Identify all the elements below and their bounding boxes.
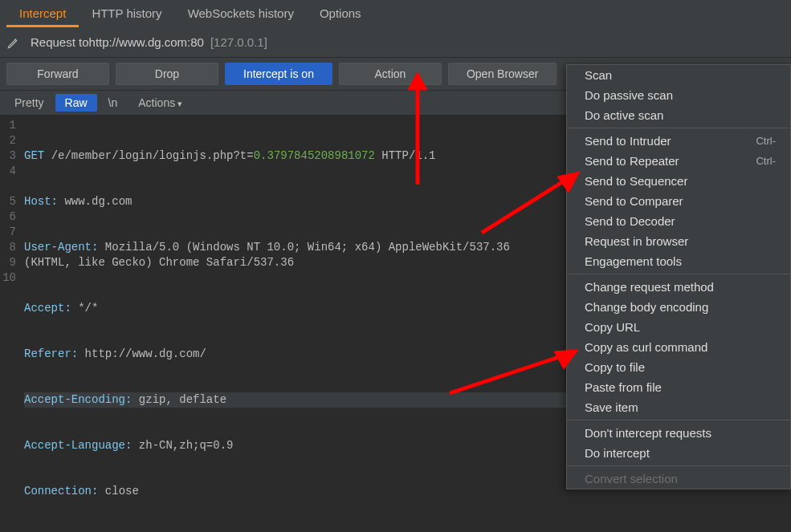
line-gutter: 1 2 3 4 5 6 7 8 9 10 [0,115,21,532]
menu-convert-selection: Convert selection [567,469,790,489]
pencil-icon [6,35,21,50]
menu-engagement-tools[interactable]: Engagement tools [567,251,790,271]
menu-send-to-decoder[interactable]: Send to Decoder [567,211,790,231]
menu-save-item[interactable]: Save item [567,397,790,417]
view-raw[interactable]: Raw [55,94,97,112]
request-line: Request to http://www.dg.com:80 [127.0.0… [0,27,791,58]
view-pretty[interactable]: Pretty [5,94,54,112]
menu-send-to-repeater[interactable]: Send to RepeaterCtrl- [567,151,790,171]
menu-separator [567,420,790,420]
menu-change-body-encoding[interactable]: Change body encoding [567,297,790,317]
menu-request-in-browser[interactable]: Request in browser [567,231,790,251]
action-button[interactable]: Action [339,63,442,85]
tab-websockets-history[interactable]: WebSockets history [175,2,307,26]
request-host: http://www.dg.com:80 [89,35,204,49]
forward-button[interactable]: Forward [6,63,109,85]
menu-do-intercept[interactable]: Do intercept [567,443,790,463]
tab-http-history[interactable]: HTTP history [79,2,174,26]
tab-options[interactable]: Options [307,2,374,26]
menu-do-active-scan[interactable]: Do active scan [567,105,790,125]
menu-do-passive-scan[interactable]: Do passive scan [567,85,790,105]
menu-paste-from-file[interactable]: Paste from file [567,377,790,397]
intercept-toggle-button[interactable]: Intercept is on [225,63,332,85]
menu-separator [567,465,790,466]
menu-separator [567,274,790,274]
menu-dont-intercept-requests[interactable]: Don't intercept requests [567,423,790,443]
action-context-menu: Scan Do passive scan Do active scan Send… [566,64,791,489]
request-label-prefix: Request to [31,35,89,49]
menu-send-to-sequencer[interactable]: Send to Sequencer [567,171,790,191]
menu-send-to-intruder[interactable]: Send to IntruderCtrl- [567,131,790,151]
menu-send-to-comparer[interactable]: Send to Comparer [567,191,790,211]
menu-copy-as-curl[interactable]: Copy as curl command [567,337,790,357]
menu-change-request-method[interactable]: Change request method [567,277,790,297]
menu-copy-to-file[interactable]: Copy to file [567,357,790,377]
drop-button[interactable]: Drop [116,63,218,85]
editor-actions-dropdown[interactable]: Actions [128,94,192,112]
menu-copy-url[interactable]: Copy URL [567,317,790,337]
menu-separator [567,128,790,128]
request-ip: [127.0.0.1] [210,35,267,49]
tab-intercept[interactable]: Intercept [6,2,79,26]
open-browser-button[interactable]: Open Browser [448,63,557,85]
view-newline[interactable]: \n [99,94,128,112]
menu-scan[interactable]: Scan [567,65,790,85]
proxy-tabs: Intercept HTTP history WebSockets histor… [0,0,791,27]
